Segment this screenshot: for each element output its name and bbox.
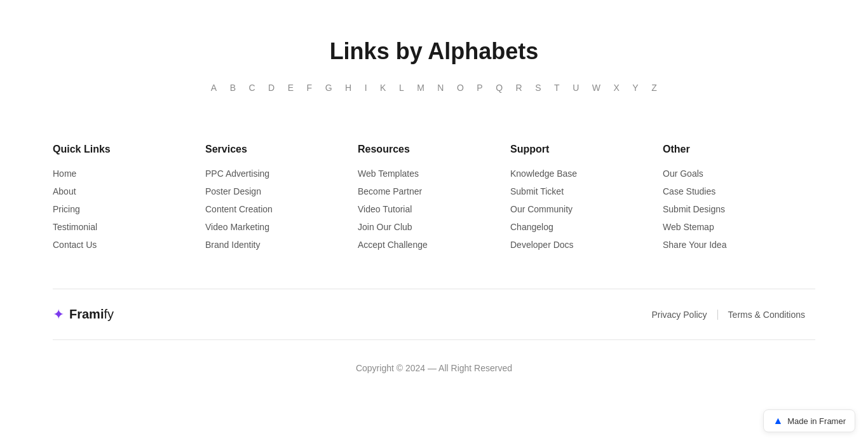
list-item: Content Creation bbox=[205, 203, 358, 215]
alphabet-letter-I[interactable]: I bbox=[365, 83, 367, 93]
footer-link-4-0[interactable]: Our Goals bbox=[663, 168, 703, 179]
alphabet-letter-Y[interactable]: Y bbox=[632, 83, 639, 93]
alphabet-letter-R[interactable]: R bbox=[516, 83, 523, 93]
alphabet-letter-S[interactable]: S bbox=[535, 83, 541, 93]
footer-link-2-0[interactable]: Web Templates bbox=[358, 168, 419, 179]
footer-link-3-4[interactable]: Developer Docs bbox=[510, 240, 574, 250]
alphabet-letter-B[interactable]: B bbox=[230, 83, 236, 93]
alphabet-letter-K[interactable]: K bbox=[380, 83, 386, 93]
alphabet-letter-O[interactable]: O bbox=[457, 83, 464, 93]
alphabet-letter-Q[interactable]: Q bbox=[496, 83, 503, 93]
footer-link-3-2[interactable]: Our Community bbox=[510, 204, 573, 214]
list-item: Video Marketing bbox=[205, 221, 358, 233]
footer-link-3-3[interactable]: Changelog bbox=[510, 222, 553, 232]
footer-column-3: SupportKnowledge BaseSubmit TicketOur Co… bbox=[510, 144, 663, 250]
list-item: Web Templates bbox=[358, 168, 510, 179]
list-item: Accept Challenge bbox=[358, 239, 510, 250]
footer-link-4-4[interactable]: Share Your Idea bbox=[663, 240, 726, 250]
alphabet-letter-E[interactable]: E bbox=[288, 83, 294, 93]
alphabet-letter-X[interactable]: X bbox=[613, 83, 620, 93]
list-item: Video Tutorial bbox=[358, 203, 510, 215]
alphabets-row: ABCDEFGHIKLMNOPQRSTUWXYZ bbox=[53, 83, 815, 93]
legal-links: Privacy Policy Terms & Conditions bbox=[641, 310, 815, 320]
copyright-text: Copyright © 2024 — All Right Reserved bbox=[53, 363, 815, 373]
footer-link-2-1[interactable]: Become Partner bbox=[358, 186, 422, 196]
footer-link-3-0[interactable]: Knowledge Base bbox=[510, 168, 577, 179]
list-item: Case Studies bbox=[663, 186, 815, 197]
footer-column-title-0: Quick Links bbox=[53, 144, 205, 155]
alphabet-letter-A[interactable]: A bbox=[211, 83, 217, 93]
footer-link-list-2: Web TemplatesBecome PartnerVideo Tutoria… bbox=[358, 168, 510, 250]
footer-column-title-4: Other bbox=[663, 144, 815, 155]
footer-link-0-4[interactable]: Contact Us bbox=[53, 240, 97, 250]
alphabets-section: Links by Alphabets ABCDEFGHIKLMNOPQRSTUW… bbox=[53, 0, 815, 118]
footer-link-0-2[interactable]: Pricing bbox=[53, 204, 80, 214]
list-item: Developer Docs bbox=[510, 239, 663, 250]
footer-column-title-2: Resources bbox=[358, 144, 510, 155]
list-item: Join Our Club bbox=[358, 221, 510, 233]
list-item: About bbox=[53, 186, 205, 197]
footer-link-1-4[interactable]: Brand Identity bbox=[205, 240, 260, 250]
list-item: Our Community bbox=[510, 203, 663, 215]
list-item: Brand Identity bbox=[205, 239, 358, 250]
alphabet-letter-T[interactable]: T bbox=[554, 83, 560, 93]
footer-column-2: ResourcesWeb TemplatesBecome PartnerVide… bbox=[358, 144, 510, 250]
footer-link-4-3[interactable]: Web Stemap bbox=[663, 222, 714, 232]
list-item: Web Stemap bbox=[663, 221, 815, 233]
footer-link-1-1[interactable]: Poster Design bbox=[205, 186, 261, 196]
footer-link-1-3[interactable]: Video Marketing bbox=[205, 222, 269, 232]
list-item: Home bbox=[53, 168, 205, 179]
alphabet-letter-W[interactable]: W bbox=[592, 83, 601, 93]
alphabet-letter-P[interactable]: P bbox=[477, 83, 483, 93]
footer-link-2-2[interactable]: Video Tutorial bbox=[358, 204, 412, 214]
footer-link-3-1[interactable]: Submit Ticket bbox=[510, 186, 564, 196]
footer-link-list-1: PPC AdvertisingPoster DesignContent Crea… bbox=[205, 168, 358, 250]
framer-badge-label: Made in Framer bbox=[787, 416, 846, 426]
footer-link-0-0[interactable]: Home bbox=[53, 168, 76, 179]
alphabet-letter-M[interactable]: M bbox=[417, 83, 424, 93]
footer-link-1-0[interactable]: PPC Advertising bbox=[205, 168, 269, 179]
footer-link-0-1[interactable]: About bbox=[53, 186, 76, 196]
alphabet-letter-F[interactable]: F bbox=[307, 83, 313, 93]
list-item: Knowledge Base bbox=[510, 168, 663, 179]
alphabet-letter-C[interactable]: C bbox=[248, 83, 255, 93]
list-item: Changelog bbox=[510, 221, 663, 233]
footer-link-2-3[interactable]: Join Our Club bbox=[358, 222, 412, 232]
alphabet-letter-G[interactable]: G bbox=[325, 83, 332, 93]
footer-link-4-1[interactable]: Case Studies bbox=[663, 186, 715, 196]
list-item: Our Goals bbox=[663, 168, 815, 179]
list-item: Submit Ticket bbox=[510, 186, 663, 197]
brand-light: fy bbox=[104, 307, 114, 321]
brand-icon: ✦ bbox=[53, 308, 64, 322]
alphabet-letter-Z[interactable]: Z bbox=[651, 83, 657, 93]
alphabet-letter-U[interactable]: U bbox=[573, 83, 580, 93]
footer-column-title-1: Services bbox=[205, 144, 358, 155]
list-item: Pricing bbox=[53, 203, 205, 215]
list-item: Poster Design bbox=[205, 186, 358, 197]
alphabet-letter-H[interactable]: H bbox=[345, 83, 352, 93]
copyright-row: Copyright © 2024 — All Right Reserved bbox=[53, 340, 815, 386]
framer-badge[interactable]: ▲ Made in Framer bbox=[763, 409, 855, 432]
list-item: Share Your Idea bbox=[663, 239, 815, 250]
alphabet-letter-D[interactable]: D bbox=[268, 83, 275, 93]
footer-link-2-4[interactable]: Accept Challenge bbox=[358, 240, 428, 250]
brand-name: Framify bbox=[69, 307, 114, 322]
footer-column-4: OtherOur GoalsCase StudiesSubmit Designs… bbox=[663, 144, 815, 250]
footer-links-section: Quick LinksHomeAboutPricingTestimonialCo… bbox=[53, 118, 815, 289]
alphabet-letter-N[interactable]: N bbox=[437, 83, 444, 93]
brand-logo[interactable]: ✦ Framify bbox=[53, 307, 114, 322]
footer-column-0: Quick LinksHomeAboutPricingTestimonialCo… bbox=[53, 144, 205, 250]
list-item: Testimonial bbox=[53, 221, 205, 233]
footer-link-list-3: Knowledge BaseSubmit TicketOur Community… bbox=[510, 168, 663, 250]
alphabets-title: Links by Alphabets bbox=[53, 38, 815, 65]
terms-link[interactable]: Terms & Conditions bbox=[718, 310, 815, 320]
list-item: Submit Designs bbox=[663, 203, 815, 215]
footer-column-title-3: Support bbox=[510, 144, 663, 155]
brand-bold: Frami bbox=[69, 307, 104, 321]
alphabet-letter-L[interactable]: L bbox=[399, 83, 404, 93]
footer-link-1-2[interactable]: Content Creation bbox=[205, 204, 273, 214]
privacy-policy-link[interactable]: Privacy Policy bbox=[641, 310, 717, 320]
list-item: Become Partner bbox=[358, 186, 510, 197]
footer-link-0-3[interactable]: Testimonial bbox=[53, 222, 97, 232]
footer-link-4-2[interactable]: Submit Designs bbox=[663, 204, 725, 214]
